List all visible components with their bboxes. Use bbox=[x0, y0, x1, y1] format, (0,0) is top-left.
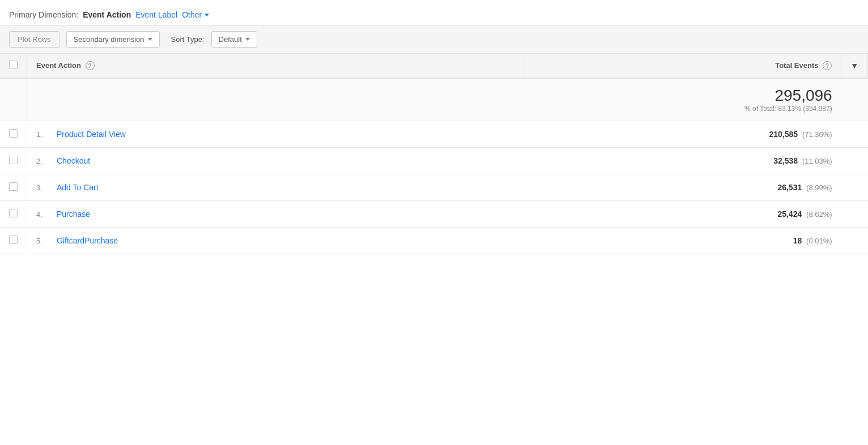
summary-total-value: 295,096 bbox=[534, 87, 832, 105]
col-header-total-events: Total Events ? bbox=[525, 54, 841, 78]
row-checkbox-cell bbox=[0, 228, 27, 254]
secondary-dim-chevron-icon bbox=[148, 38, 152, 41]
sort-type-label: Sort Type: bbox=[171, 35, 205, 44]
row-checkbox-cell bbox=[0, 174, 27, 201]
row-total-pct: (8.62%) bbox=[806, 210, 832, 219]
col-event-action-label: Event Action bbox=[36, 61, 81, 70]
row-sort-cell bbox=[841, 174, 868, 201]
primary-dimension-active: Event Action bbox=[83, 10, 131, 19]
summary-row: 295,096 % of Total: 83.13% (354,987) bbox=[0, 78, 868, 121]
row-total-pct: (8.99%) bbox=[806, 183, 832, 192]
action-link[interactable]: Add To Cart bbox=[57, 183, 99, 192]
event-action-help-icon[interactable]: ? bbox=[86, 61, 95, 70]
action-link[interactable]: Product Detail View bbox=[57, 130, 126, 139]
summary-sort-cell bbox=[841, 78, 868, 121]
table-row: 4. Purchase 25,424 (8.62%) bbox=[0, 201, 868, 228]
row-total-cell: 210,585 (71.36%) bbox=[525, 121, 841, 148]
other-dropdown[interactable]: Other bbox=[182, 10, 209, 19]
row-total-value: 18 bbox=[793, 236, 802, 245]
sort-default-label: Default bbox=[219, 35, 242, 44]
table-header-row: Event Action ? Total Events ? ▼ bbox=[0, 54, 868, 78]
row-action-cell: 4. Purchase bbox=[27, 201, 525, 228]
sort-type-dropdown[interactable]: Default bbox=[211, 31, 257, 48]
primary-dimension-label: Primary Dimension: bbox=[9, 10, 78, 19]
row-sort-cell bbox=[841, 201, 868, 228]
row-action-cell: 2. Checkout bbox=[27, 148, 525, 174]
header-checkbox-cell bbox=[0, 54, 27, 78]
row-checkbox-cell bbox=[0, 148, 27, 174]
header-checkbox[interactable] bbox=[9, 61, 18, 69]
summary-label-cell bbox=[27, 78, 525, 121]
row-total-value: 32,538 bbox=[773, 156, 798, 165]
row-action-cell: 5. GiftcardPurchase bbox=[27, 228, 525, 254]
summary-pct-text: % of Total: 83.13% (354,987) bbox=[534, 105, 832, 113]
row-total-cell: 32,538 (11.03%) bbox=[525, 148, 841, 174]
other-label: Other bbox=[182, 10, 202, 19]
row-sort-cell bbox=[841, 148, 868, 174]
row-checkbox[interactable] bbox=[9, 182, 18, 191]
row-checkbox[interactable] bbox=[9, 129, 18, 138]
row-sort-cell bbox=[841, 228, 868, 254]
row-checkbox-cell bbox=[0, 201, 27, 228]
table-row: 2. Checkout 32,538 (11.03%) bbox=[0, 148, 868, 174]
row-total-value: 26,531 bbox=[777, 183, 802, 192]
action-link[interactable]: Checkout bbox=[57, 156, 90, 165]
row-total-cell: 25,424 (8.62%) bbox=[525, 201, 841, 228]
col-total-events-label: Total Events bbox=[775, 61, 818, 70]
row-checkbox[interactable] bbox=[9, 236, 18, 244]
other-chevron-icon bbox=[205, 14, 209, 16]
plot-rows-button[interactable]: Plot Rows bbox=[9, 31, 59, 48]
row-total-value: 210,585 bbox=[769, 130, 798, 139]
row-checkbox-cell bbox=[0, 121, 27, 148]
row-number: 1. bbox=[36, 130, 50, 139]
col-header-sort[interactable]: ▼ bbox=[841, 54, 868, 78]
sort-chevron-icon bbox=[245, 38, 250, 41]
row-action-cell: 3. Add To Cart bbox=[27, 174, 525, 201]
row-number: 2. bbox=[36, 157, 50, 165]
primary-dimension-bar: Primary Dimension: Event Action Event La… bbox=[0, 0, 868, 25]
summary-checkbox-cell bbox=[0, 78, 27, 121]
total-events-help-icon[interactable]: ? bbox=[823, 61, 832, 70]
action-link[interactable]: GiftcardPurchase bbox=[57, 236, 118, 245]
row-total-cell: 26,531 (8.99%) bbox=[525, 174, 841, 201]
row-total-pct: (71.36%) bbox=[802, 130, 832, 139]
row-total-value: 25,424 bbox=[777, 209, 802, 219]
summary-total-cell: 295,096 % of Total: 83.13% (354,987) bbox=[525, 78, 841, 121]
row-checkbox[interactable] bbox=[9, 209, 18, 217]
row-total-cell: 18 (0.01%) bbox=[525, 228, 841, 254]
secondary-dimension-dropdown[interactable]: Secondary dimension bbox=[66, 31, 160, 48]
sort-down-icon: ▼ bbox=[850, 61, 858, 70]
table-row: 5. GiftcardPurchase 18 (0.01%) bbox=[0, 228, 868, 254]
row-sort-cell bbox=[841, 121, 868, 148]
row-checkbox[interactable] bbox=[9, 156, 18, 164]
row-number: 4. bbox=[36, 210, 50, 219]
row-number: 3. bbox=[36, 183, 50, 192]
row-number: 5. bbox=[36, 237, 50, 245]
col-header-event-action: Event Action ? bbox=[27, 54, 525, 78]
secondary-dim-label: Secondary dimension bbox=[74, 35, 144, 44]
action-link[interactable]: Purchase bbox=[57, 209, 90, 219]
event-label-link[interactable]: Event Label bbox=[135, 10, 177, 19]
table-row: 1. Product Detail View 210,585 (71.36%) bbox=[0, 121, 868, 148]
toolbar: Plot Rows Secondary dimension Sort Type:… bbox=[0, 25, 868, 54]
row-total-pct: (0.01%) bbox=[806, 237, 832, 245]
table-row: 3. Add To Cart 26,531 (8.99%) bbox=[0, 174, 868, 201]
row-action-cell: 1. Product Detail View bbox=[27, 121, 525, 148]
row-total-pct: (11.03%) bbox=[802, 157, 832, 165]
events-table: Event Action ? Total Events ? ▼ 295,096 … bbox=[0, 54, 868, 254]
